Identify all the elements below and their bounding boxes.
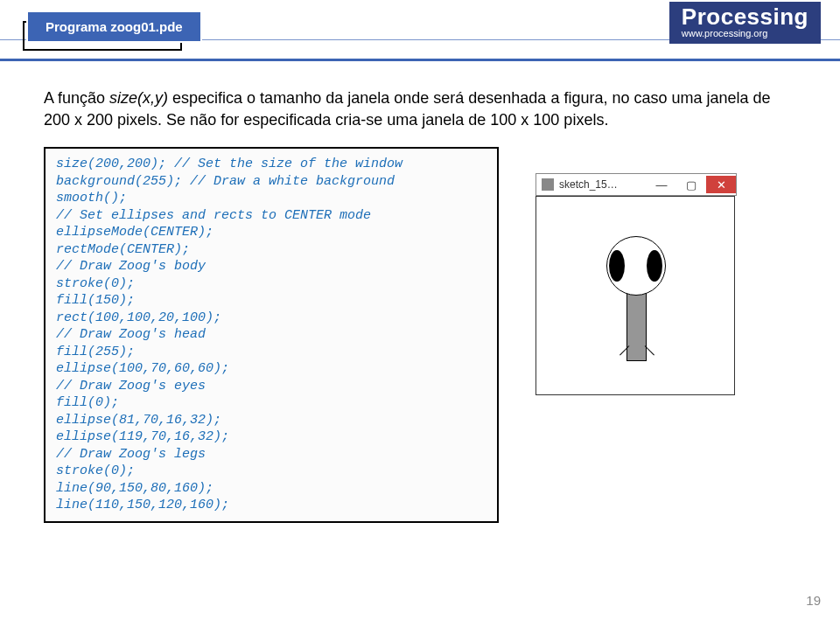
code-line: line(90,150,80,160); [56,480,486,498]
page-number: 19 [806,593,821,608]
intro-prefix: A função [44,89,109,107]
zoog-eye-left [609,250,625,282]
code-line: ellipseMode(CENTER); [56,224,486,241]
sketch-output-window: sketch_15… — ▢ ✕ [536,173,737,395]
slide-title-tab: Programa zoog01.pde [26,10,202,43]
code-line: rectMode(CENTER); [56,241,486,259]
header-bar: Programa zoog01.pde Processing www.proce… [0,0,840,61]
sketch-titlebar: sketch_15… — ▢ ✕ [536,173,737,196]
code-line: fill(0); [56,394,486,412]
code-line: background(255); // Draw a white backgro… [56,173,486,191]
code-line: rect(100,100,20,100); [56,310,486,327]
intro-function-name: size(x,y) [109,89,168,107]
code-line: fill(150); [56,292,486,310]
slide-title-text: Programa zoog01.pde [46,19,183,34]
code-line: ellipse(100,70,60,60); [56,360,486,378]
maximize-button[interactable]: ▢ [676,176,706,193]
code-line: ellipse(119,70,16,32); [56,428,486,446]
logo-name: Processing [682,5,808,28]
code-line: size(200,200); // Set the size of the wi… [56,156,486,173]
code-line: // Draw Zoog's body [56,258,486,275]
sketch-window-title: sketch_15… [559,178,647,191]
code-line: // Draw Zoog's legs [56,446,486,463]
code-line: stroke(0); [56,275,486,293]
code-line: fill(255); [56,344,486,361]
sketch-canvas [536,196,735,395]
code-listing: size(200,200); // Set the size of the wi… [44,147,499,523]
sketch-app-icon [542,178,554,191]
processing-logo: Processing www.processing.org [669,2,821,44]
code-line: // Draw Zoog's eyes [56,378,486,395]
code-line: ellipse(81,70,16,32); [56,412,486,429]
code-line: // Set ellipses and rects to CENTER mode [56,207,486,225]
code-line: stroke(0); [56,463,486,480]
intro-paragraph: A função size(x,y) especifica o tamanho … [44,87,796,131]
minimize-button[interactable]: — [647,176,676,193]
code-line: smooth(); [56,190,486,207]
close-button[interactable]: ✕ [706,176,736,193]
code-line: line(110,150,120,160); [56,497,486,514]
zoog-eye-right [647,250,662,282]
code-line: // Draw Zoog's head [56,326,486,344]
